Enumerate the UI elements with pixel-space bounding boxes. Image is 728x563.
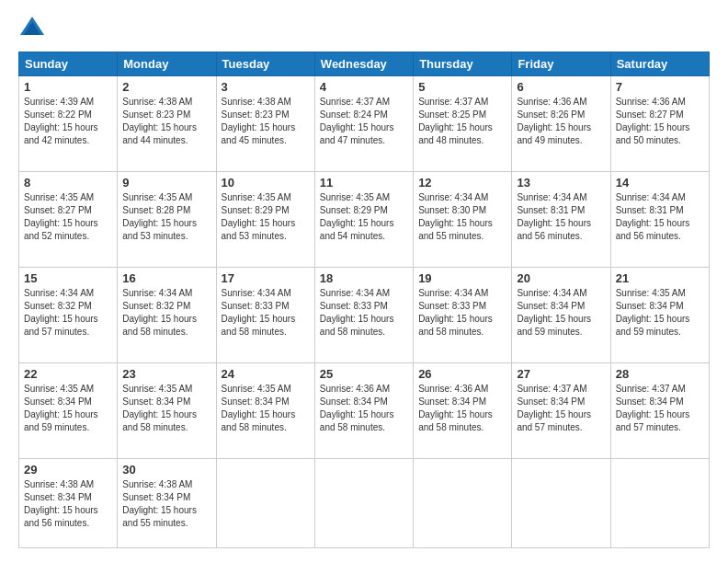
- sunrise-label: Sunrise: 4:34 AM: [122, 288, 192, 298]
- day-number: 14: [616, 176, 704, 190]
- sunrise-label: Sunrise: 4:34 AM: [418, 192, 488, 202]
- calendar-cell: 6 Sunrise: 4:36 AM Sunset: 8:26 PM Dayli…: [512, 76, 610, 172]
- day-info: Sunrise: 4:35 AM Sunset: 8:29 PM Dayligh…: [320, 191, 408, 243]
- daylight-label: Daylight: 15 hours and 53 minutes.: [122, 218, 197, 241]
- day-number: 22: [24, 367, 112, 381]
- sunrise-label: Sunrise: 4:34 AM: [616, 192, 686, 202]
- calendar-table: SundayMondayTuesdayWednesdayThursdayFrid…: [18, 52, 710, 548]
- week-row: 22 Sunrise: 4:35 AM Sunset: 8:34 PM Dayl…: [19, 363, 710, 459]
- sunset-label: Sunset: 8:30 PM: [418, 205, 486, 215]
- daylight-label: Daylight: 15 hours and 58 minutes.: [320, 314, 394, 337]
- day-number: 15: [24, 271, 112, 285]
- week-row: 15 Sunrise: 4:34 AM Sunset: 8:32 PM Dayl…: [19, 268, 710, 363]
- daylight-label: Daylight: 15 hours and 54 minutes.: [320, 218, 394, 241]
- weekday-header: Monday: [118, 52, 216, 76]
- sunset-label: Sunset: 8:33 PM: [418, 301, 486, 311]
- daylight-label: Daylight: 15 hours and 57 minutes.: [517, 409, 591, 432]
- sunset-label: Sunset: 8:34 PM: [517, 301, 585, 311]
- day-info: Sunrise: 4:35 AM Sunset: 8:34 PM Dayligh…: [24, 383, 112, 434]
- calendar-cell: 27 Sunrise: 4:37 AM Sunset: 8:34 PM Dayl…: [512, 363, 610, 459]
- day-number: 20: [517, 271, 605, 285]
- sunset-label: Sunset: 8:31 PM: [616, 205, 684, 215]
- sunset-label: Sunset: 8:34 PM: [517, 396, 585, 407]
- sunset-label: Sunset: 8:25 PM: [418, 109, 486, 120]
- day-info: Sunrise: 4:38 AM Sunset: 8:34 PM Dayligh…: [24, 478, 112, 530]
- day-number: 10: [222, 176, 310, 190]
- weekday-header: Friday: [512, 52, 610, 76]
- sunset-label: Sunset: 8:34 PM: [122, 492, 190, 502]
- calendar-cell: 25 Sunrise: 4:36 AM Sunset: 8:34 PM Dayl…: [314, 363, 413, 459]
- day-number: 2: [122, 80, 210, 94]
- day-info: Sunrise: 4:34 AM Sunset: 8:32 PM Dayligh…: [24, 287, 112, 339]
- day-info: Sunrise: 4:36 AM Sunset: 8:27 PM Dayligh…: [616, 96, 704, 147]
- day-number: 11: [320, 176, 408, 190]
- day-number: 3: [222, 80, 310, 94]
- daylight-label: Daylight: 15 hours and 49 minutes.: [517, 122, 591, 145]
- calendar-cell: 1 Sunrise: 4:39 AM Sunset: 8:22 PM Dayli…: [19, 76, 118, 172]
- day-number: 12: [418, 176, 506, 190]
- sunset-label: Sunset: 8:31 PM: [517, 205, 585, 215]
- calendar-cell: [414, 459, 512, 548]
- day-number: 7: [616, 80, 704, 94]
- sunset-label: Sunset: 8:34 PM: [616, 301, 684, 311]
- day-number: 26: [418, 367, 506, 381]
- day-number: 4: [320, 80, 408, 94]
- calendar-cell: 14 Sunrise: 4:34 AM Sunset: 8:31 PM Dayl…: [610, 172, 709, 268]
- day-info: Sunrise: 4:35 AM Sunset: 8:29 PM Dayligh…: [222, 191, 310, 243]
- day-number: 30: [122, 463, 210, 477]
- daylight-label: Daylight: 15 hours and 47 minutes.: [320, 122, 394, 145]
- day-number: 23: [122, 367, 210, 381]
- sunset-label: Sunset: 8:26 PM: [517, 109, 585, 120]
- weekday-header: Sunday: [19, 52, 118, 76]
- daylight-label: Daylight: 15 hours and 56 minutes.: [616, 218, 690, 241]
- daylight-label: Daylight: 15 hours and 58 minutes.: [222, 314, 296, 337]
- day-info: Sunrise: 4:35 AM Sunset: 8:34 PM Dayligh…: [222, 383, 310, 434]
- weekday-header: Saturday: [610, 52, 709, 76]
- daylight-label: Daylight: 15 hours and 57 minutes.: [616, 409, 690, 432]
- sunset-label: Sunset: 8:34 PM: [122, 396, 190, 407]
- sunrise-label: Sunrise: 4:35 AM: [122, 384, 192, 394]
- day-number: 28: [616, 367, 704, 381]
- calendar-cell: 16 Sunrise: 4:34 AM Sunset: 8:32 PM Dayl…: [118, 268, 216, 363]
- day-number: 25: [320, 367, 408, 381]
- sunrise-label: Sunrise: 4:37 AM: [616, 384, 686, 394]
- day-info: Sunrise: 4:36 AM Sunset: 8:34 PM Dayligh…: [320, 383, 408, 434]
- day-number: 18: [320, 271, 408, 285]
- daylight-label: Daylight: 15 hours and 59 minutes.: [24, 409, 98, 432]
- sunrise-label: Sunrise: 4:37 AM: [320, 97, 390, 107]
- sunset-label: Sunset: 8:34 PM: [616, 396, 684, 407]
- day-number: 1: [24, 80, 112, 94]
- daylight-label: Daylight: 15 hours and 58 minutes.: [418, 409, 493, 432]
- day-info: Sunrise: 4:35 AM Sunset: 8:28 PM Dayligh…: [122, 191, 210, 243]
- sunset-label: Sunset: 8:27 PM: [24, 205, 92, 215]
- day-info: Sunrise: 4:35 AM Sunset: 8:34 PM Dayligh…: [616, 287, 704, 339]
- calendar-header-row: SundayMondayTuesdayWednesdayThursdayFrid…: [19, 52, 710, 76]
- day-info: Sunrise: 4:35 AM Sunset: 8:34 PM Dayligh…: [122, 383, 210, 434]
- day-info: Sunrise: 4:36 AM Sunset: 8:34 PM Dayligh…: [418, 383, 506, 434]
- calendar-cell: 22 Sunrise: 4:35 AM Sunset: 8:34 PM Dayl…: [19, 363, 118, 459]
- sunrise-label: Sunrise: 4:35 AM: [122, 192, 192, 202]
- sunrise-label: Sunrise: 4:36 AM: [517, 97, 586, 107]
- day-number: 9: [122, 176, 210, 190]
- calendar-cell: 17 Sunrise: 4:34 AM Sunset: 8:33 PM Dayl…: [216, 268, 314, 363]
- sunset-label: Sunset: 8:33 PM: [222, 301, 290, 311]
- week-row: 29 Sunrise: 4:38 AM Sunset: 8:34 PM Dayl…: [19, 459, 710, 548]
- sunset-label: Sunset: 8:34 PM: [24, 492, 92, 502]
- daylight-label: Daylight: 15 hours and 56 minutes.: [24, 505, 98, 528]
- sunrise-label: Sunrise: 4:34 AM: [517, 192, 586, 202]
- calendar-cell: 3 Sunrise: 4:38 AM Sunset: 8:23 PM Dayli…: [216, 76, 314, 172]
- sunrise-label: Sunrise: 4:34 AM: [517, 288, 586, 298]
- calendar-cell: [314, 459, 413, 548]
- day-number: 29: [24, 463, 112, 477]
- day-number: 19: [418, 271, 506, 285]
- logo-icon: [18, 15, 46, 42]
- calendar-cell: 4 Sunrise: 4:37 AM Sunset: 8:24 PM Dayli…: [314, 76, 413, 172]
- weekday-header: Thursday: [414, 52, 512, 76]
- sunset-label: Sunset: 8:23 PM: [122, 109, 190, 120]
- weekday-header: Tuesday: [216, 52, 314, 76]
- day-info: Sunrise: 4:38 AM Sunset: 8:23 PM Dayligh…: [122, 96, 210, 147]
- day-info: Sunrise: 4:37 AM Sunset: 8:24 PM Dayligh…: [320, 96, 408, 147]
- calendar-cell: 18 Sunrise: 4:34 AM Sunset: 8:33 PM Dayl…: [314, 268, 413, 363]
- calendar-cell: 24 Sunrise: 4:35 AM Sunset: 8:34 PM Dayl…: [216, 363, 314, 459]
- daylight-label: Daylight: 15 hours and 57 minutes.: [24, 314, 98, 337]
